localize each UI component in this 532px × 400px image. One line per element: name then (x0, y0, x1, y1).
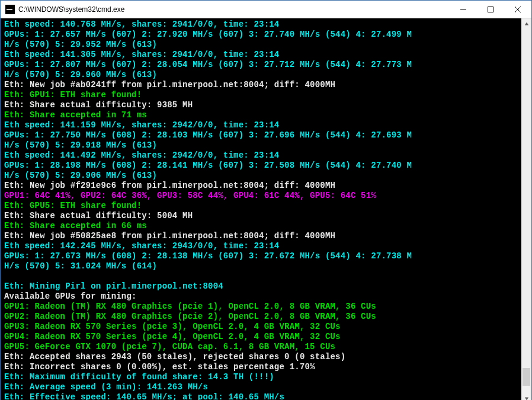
console-line: GPUs: 1: 27.750 MH/s (608) 2: 28.103 MH/… (4, 130, 518, 140)
console-line: GPU5: GeForce GTX 1070 (pcie 7), CUDA ca… (4, 342, 518, 352)
console-line: GPUs: 1: 27.807 MH/s (607) 2: 28.054 MH/… (4, 60, 518, 70)
console-line: Eth speed: 141.159 MH/s, shares: 2942/0/… (4, 120, 518, 130)
console-line: Eth: Share actual difficulty: 5004 MH (4, 211, 518, 221)
console-line: H/s (570) 5: 29.960 MH/s (613) (4, 70, 518, 80)
console-line: Eth: New job #f291e9c6 from pirl.minerpo… (4, 181, 518, 191)
console-line: GPU4: Radeon RX 570 Series (pcie 4), Ope… (4, 332, 518, 342)
console-line: Eth speed: 141.492 MH/s, shares: 2942/0/… (4, 151, 518, 161)
console-line: Eth: GPU1: ETH share found! (4, 90, 518, 100)
console-line: Eth: Share accepted in 71 ms (4, 110, 518, 120)
console-line: GPU1: Radeon (TM) RX 480 Graphics (pcie … (4, 302, 518, 312)
svg-rect-1 (488, 7, 493, 12)
scroll-up-arrow-icon[interactable] (521, 18, 531, 28)
maximize-button[interactable] (477, 1, 504, 18)
console-line: GPU2: Radeon (TM) RX 480 Graphics (pcie … (4, 312, 518, 322)
minimize-button[interactable] (450, 1, 477, 18)
scrollbar-thumb[interactable] (523, 368, 530, 386)
console-line: Eth: New job #50825ae8 from pirl.minerpo… (4, 231, 518, 241)
console-line: Eth: Share actual difficulty: 9385 MH (4, 100, 518, 110)
console-line: Eth: New job #ab0241ff from pirl.minerpo… (4, 80, 518, 90)
console-line: H/s (570) 5: 29.952 MH/s (613) (4, 40, 518, 50)
console-line: H/s (570) 5: 29.918 MH/s (613) (4, 140, 518, 151)
console-line: Eth: Incorrect shares 0 (0.00%), est. st… (4, 362, 518, 372)
console-line: GPUs: 1: 28.198 MH/s (608) 2: 28.141 MH/… (4, 161, 518, 171)
console-line: Eth: Share accepted in 66 ms (4, 221, 518, 231)
console-line: GPU1: 64C 41%, GPU2: 64C 36%, GPU3: 58C … (4, 191, 518, 201)
console-line: Eth: Mining Pirl on pirl.minerpool.net:8… (4, 281, 518, 292)
console-line (4, 271, 518, 281)
console-line: GPUs: 1: 27.673 MH/s (608) 2: 28.138 MH/… (4, 251, 518, 261)
cmd-window: C:\WINDOWS\system32\cmd.exe Eth speed: 1… (0, 0, 532, 400)
console-output[interactable]: Eth speed: 140.768 MH/s, shares: 2941/0/… (1, 18, 521, 400)
svg-marker-5 (524, 397, 528, 400)
console-line: H/s (570) 5: 29.906 MH/s (613) (4, 171, 518, 181)
console-line: Eth speed: 142.245 MH/s, shares: 2943/0/… (4, 241, 518, 251)
vertical-scrollbar[interactable] (521, 18, 531, 400)
console-line: Eth: Effective speed: 140.65 MH/s; at po… (4, 392, 518, 400)
scroll-down-arrow-icon[interactable] (521, 393, 531, 400)
svg-marker-4 (524, 22, 528, 25)
console-line: Eth: GPU5: ETH share found! (4, 201, 518, 211)
console-line: Eth speed: 141.305 MH/s, shares: 2941/0/… (4, 50, 518, 60)
console-line: GPU3: Radeon RX 570 Series (pcie 3), Ope… (4, 322, 518, 332)
console-line: GPUs: 1: 27.657 MH/s (607) 2: 27.920 MH/… (4, 30, 518, 40)
console-line: H/s (570) 5: 31.024 MH/s (614) (4, 261, 518, 271)
window-title: C:\WINDOWS\system32\cmd.exe (18, 5, 124, 14)
console-line: Eth: Maximum difficulty of found share: … (4, 372, 518, 382)
cmd-icon (5, 5, 15, 14)
titlebar[interactable]: C:\WINDOWS\system32\cmd.exe (1, 1, 531, 18)
console-line: Eth: Accepted shares 2943 (50 stales), r… (4, 352, 518, 362)
console-line: Eth: Average speed (3 min): 141.263 MH/s (4, 382, 518, 392)
console-line: Eth speed: 140.768 MH/s, shares: 2941/0/… (4, 20, 518, 30)
console-line: Available GPUs for mining: (4, 292, 518, 302)
close-button[interactable] (504, 1, 531, 18)
console-area: Eth speed: 140.768 MH/s, shares: 2941/0/… (1, 18, 531, 400)
